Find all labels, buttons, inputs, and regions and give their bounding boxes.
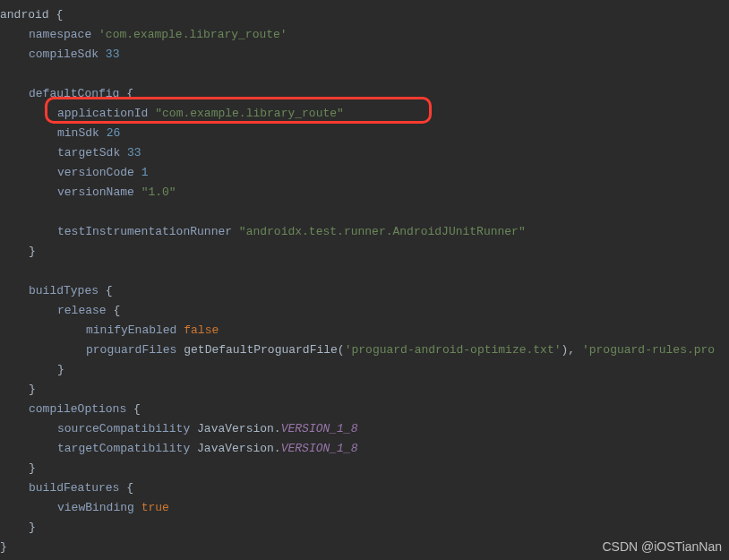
code-key: versionCode	[57, 166, 134, 179]
code-token: android	[0, 8, 49, 22]
brace: }	[29, 383, 36, 396]
code-key: buildFeatures	[29, 481, 119, 495]
brace: {	[107, 304, 121, 317]
code-key: namespace	[29, 28, 91, 41]
code-string: 'com.example.library_route'	[99, 28, 287, 41]
brace: {	[99, 284, 113, 297]
code-punct: ),	[562, 343, 582, 357]
code-string: 'proguard-rules.pro	[582, 343, 715, 357]
code-key: minifyEnabled	[86, 323, 176, 337]
code-class: JavaVersion.	[197, 442, 281, 455]
watermark-text: CSDN @iOSTianNan	[602, 537, 722, 556]
code-class: JavaVersion.	[197, 422, 281, 435]
code-key: defaultConfig	[29, 87, 119, 100]
code-key: release	[57, 304, 107, 317]
code-enum: VERSION_1_8	[281, 422, 358, 435]
code-string: "androidx.test.runner.AndroidJUnitRunner…	[239, 225, 526, 238]
code-string: "com.example.library_route"	[155, 107, 344, 120]
code-key: minSdk	[57, 126, 99, 140]
code-string: "1.0"	[142, 185, 176, 199]
brace: }	[57, 363, 64, 376]
code-enum: VERSION_1_8	[281, 442, 358, 455]
code-string: 'proguard-android-optimize.txt'	[345, 343, 562, 357]
code-bool: true	[142, 501, 169, 514]
brace: {	[49, 8, 64, 22]
code-key: buildTypes	[29, 284, 99, 297]
code-number: 33	[127, 146, 142, 159]
code-key: testInstrumentationRunner	[57, 225, 232, 238]
code-key: sourceCompatibility	[57, 422, 190, 435]
code-number: 26	[107, 126, 121, 140]
code-block: android { namespace 'com.example.library…	[0, 0, 729, 557]
code-key: proguardFiles	[86, 343, 176, 357]
brace: {	[126, 402, 141, 416]
brace: }	[0, 540, 7, 554]
code-key: viewBinding	[57, 501, 134, 514]
brace: }	[29, 521, 36, 534]
brace: {	[119, 87, 133, 100]
brace: }	[29, 461, 36, 475]
code-bool: false	[184, 323, 219, 337]
code-key: targetSdk	[57, 146, 120, 159]
code-key: versionName	[57, 185, 134, 199]
code-key: targetCompatibility	[57, 442, 190, 455]
code-key: compileSdk	[29, 47, 99, 61]
code-number: 33	[106, 47, 120, 61]
code-key: compileOptions	[29, 402, 126, 416]
brace: }	[29, 245, 36, 258]
code-number: 1	[142, 166, 149, 179]
code-key-highlighted: applicationId	[57, 107, 148, 120]
code-fn: getDefaultProguardFile(	[184, 343, 344, 357]
brace: {	[119, 481, 133, 495]
